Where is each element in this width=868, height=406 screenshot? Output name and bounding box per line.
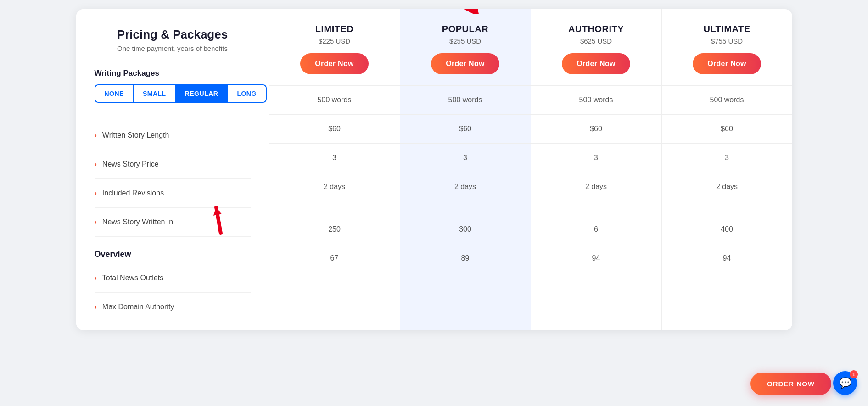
pkg-header-ultimate: ULTIMATE $755 USD Order Now — [662, 9, 792, 85]
pkg-cell-ultimate-0: 500 words — [662, 85, 792, 114]
feature-row-news-price: › News Story Price — [95, 150, 251, 179]
chevron-icon: › — [95, 218, 97, 226]
pkg-cell-limited-0: 500 words — [269, 85, 400, 114]
pkg-cell-popular-3: 2 days — [400, 172, 531, 201]
package-tabs: NONE SMALL REGULAR LONG — [95, 84, 267, 103]
pkg-name-authority: AUTHORITY — [568, 24, 624, 34]
pkg-cell-authority-0: 500 words — [531, 85, 661, 114]
pkg-price-authority: $625 USD — [580, 37, 612, 45]
feature-row-revisions: › Included Revisions — [95, 179, 251, 208]
pkg-cell-ultimate-3: 2 days — [662, 172, 792, 201]
chevron-icon: › — [95, 131, 97, 139]
feature-written-in-label: News Story Written In — [102, 218, 173, 226]
bottom-order-now-button[interactable]: ORDER NOW — [750, 373, 831, 395]
left-panel: Pricing & Packages One time payment, yea… — [76, 9, 269, 330]
pkg-cell-authority-2: 3 — [531, 143, 661, 172]
pkg-col-authority: AUTHORITY $625 USD Order Now 500 words $… — [531, 9, 661, 330]
pkg-cell-ultimate-1: $60 — [662, 114, 792, 143]
writing-packages-label: Writing Packages — [95, 69, 251, 78]
tab-regular[interactable]: REGULAR — [176, 85, 228, 102]
feature-revisions-label: Included Revisions — [102, 189, 164, 197]
pkg-col-limited: LIMITED $225 USD Order Now 500 words $60… — [269, 9, 400, 330]
pkg-cell-limited-5: 67 — [269, 244, 400, 273]
feature-news-price-label: News Story Price — [102, 160, 159, 168]
pkg-cell-popular-0: 500 words — [400, 85, 531, 114]
overview-title: Overview — [95, 237, 251, 264]
pkg-col-ultimate: ULTIMATE $755 USD Order Now 500 words $6… — [661, 9, 792, 330]
feature-written-story-label: Written Story Length — [102, 131, 169, 139]
feature-row-written-in: › News Story Written In — [95, 208, 251, 237]
pkg-cell-authority-4: 6 — [531, 201, 661, 244]
pkg-cell-limited-1: $60 — [269, 114, 400, 143]
packages-grid: LIMITED $225 USD Order Now 500 words $60… — [269, 9, 792, 330]
pkg-cell-ultimate-2: 3 — [662, 143, 792, 172]
popular-arrow — [448, 9, 482, 16]
pkg-col-popular: POPULAR $255 USD Order Now 500 words $60… — [400, 9, 531, 330]
pkg-header-popular: POPULAR $255 USD Order Now — [400, 9, 531, 85]
pkg-cell-authority-5: 94 — [531, 244, 661, 273]
pkg-price-ultimate: $755 USD — [711, 37, 743, 45]
feature-row-total-outlets: › Total News Outlets — [95, 264, 251, 293]
chevron-icon: › — [95, 160, 97, 168]
feature-row-written-story: › Written Story Length — [95, 121, 251, 150]
pkg-name-ultimate: ULTIMATE — [703, 24, 750, 34]
tab-none[interactable]: NONE — [95, 85, 134, 102]
pricing-card: Pricing & Packages One time payment, yea… — [76, 9, 792, 330]
chevron-icon: › — [95, 303, 97, 311]
pkg-cell-authority-1: $60 — [531, 114, 661, 143]
pkg-cell-limited-4: 250 — [269, 201, 400, 244]
tab-long[interactable]: LONG — [228, 85, 265, 102]
chevron-icon: › — [95, 189, 97, 197]
pkg-cell-limited-3: 2 days — [269, 172, 400, 201]
pkg-cell-popular-5: 89 — [400, 244, 531, 273]
tab-small[interactable]: SMALL — [134, 85, 176, 102]
panel-subtitle: One time payment, years of benefits — [95, 44, 251, 52]
pkg-cell-ultimate-4: 400 — [662, 201, 792, 244]
pkg-cell-popular-4: 300 — [400, 201, 531, 244]
order-btn-authority[interactable]: Order Now — [562, 53, 630, 74]
pkg-cell-popular-1: $60 — [400, 114, 531, 143]
pkg-cell-limited-2: 3 — [269, 143, 400, 172]
pkg-cell-ultimate-5: 94 — [662, 244, 792, 273]
feature-domain-authority-label: Max Domain Authority — [102, 303, 174, 311]
pkg-cell-authority-3: 2 days — [531, 172, 661, 201]
feature-row-domain-authority: › Max Domain Authority — [95, 293, 251, 321]
chat-badge: 1 — [850, 370, 858, 378]
order-btn-popular[interactable]: Order Now — [431, 53, 499, 74]
chat-icon: 💬 — [839, 377, 851, 389]
chat-bubble[interactable]: 💬 1 — [833, 371, 857, 395]
pkg-price-limited: $225 USD — [319, 37, 350, 45]
pkg-header-authority: AUTHORITY $625 USD Order Now — [531, 9, 661, 85]
order-btn-ultimate[interactable]: Order Now — [693, 53, 761, 74]
pkg-header-limited: LIMITED $225 USD Order Now — [269, 9, 400, 85]
chevron-icon: › — [95, 274, 97, 282]
pkg-cell-popular-2: 3 — [400, 143, 531, 172]
pkg-price-popular: $255 USD — [449, 37, 481, 45]
panel-title: Pricing & Packages — [95, 28, 251, 42]
feature-total-outlets-label: Total News Outlets — [102, 274, 163, 282]
pkg-name-limited: LIMITED — [315, 24, 354, 34]
order-btn-limited[interactable]: Order Now — [300, 53, 369, 74]
pkg-name-popular: POPULAR — [442, 24, 488, 34]
